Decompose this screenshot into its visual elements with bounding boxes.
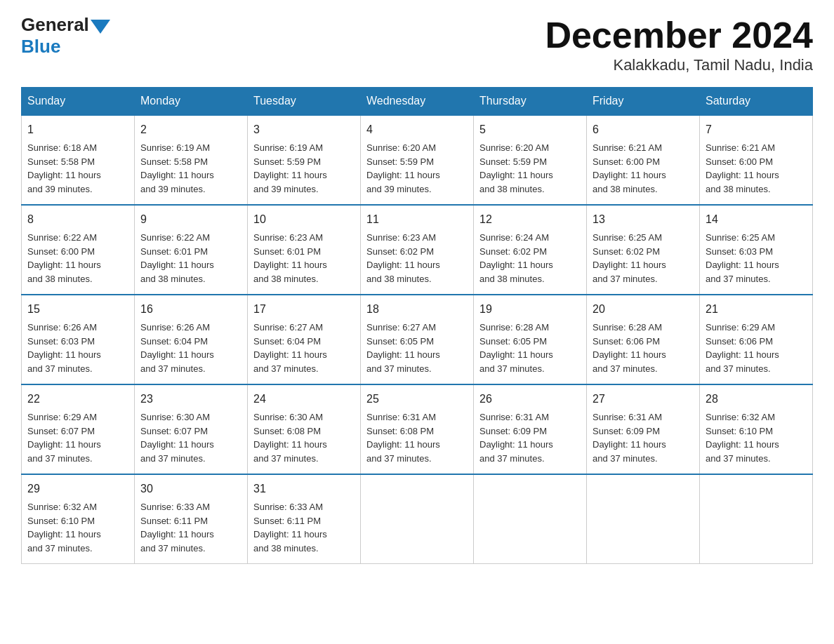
day-info: Sunrise: 6:31 AMSunset: 6:09 PMDaylight:… [479, 412, 553, 464]
calendar-cell: 20 Sunrise: 6:28 AMSunset: 6:06 PMDaylig… [587, 295, 700, 384]
logo-triangle-icon [91, 20, 110, 34]
calendar-cell [361, 474, 474, 564]
calendar-row: 15 Sunrise: 6:26 AMSunset: 6:03 PMDaylig… [22, 295, 813, 384]
day-number: 17 [253, 301, 355, 318]
calendar-table: Sunday Monday Tuesday Wednesday Thursday… [21, 87, 813, 564]
day-info: Sunrise: 6:20 AMSunset: 5:59 PMDaylight:… [479, 142, 553, 194]
calendar-cell: 18 Sunrise: 6:27 AMSunset: 6:05 PMDaylig… [361, 295, 474, 384]
day-info: Sunrise: 6:28 AMSunset: 6:05 PMDaylight:… [479, 322, 553, 374]
calendar-cell: 9 Sunrise: 6:22 AMSunset: 6:01 PMDayligh… [135, 205, 248, 295]
col-friday: Friday [587, 88, 700, 116]
day-number: 7 [706, 121, 807, 138]
calendar-cell: 12 Sunrise: 6:24 AMSunset: 6:02 PMDaylig… [474, 205, 587, 295]
day-number: 9 [140, 211, 241, 228]
day-number: 28 [706, 391, 807, 408]
day-number: 25 [366, 391, 468, 408]
calendar-cell: 28 Sunrise: 6:32 AMSunset: 6:10 PMDaylig… [700, 384, 813, 474]
day-number: 24 [253, 391, 355, 408]
col-wednesday: Wednesday [361, 88, 474, 116]
calendar-cell: 30 Sunrise: 6:33 AMSunset: 6:11 PMDaylig… [135, 474, 248, 564]
calendar-cell: 2 Sunrise: 6:19 AMSunset: 5:58 PMDayligh… [135, 115, 248, 205]
day-number: 19 [479, 301, 581, 318]
calendar-cell: 23 Sunrise: 6:30 AMSunset: 6:07 PMDaylig… [135, 384, 248, 474]
col-monday: Monday [135, 88, 248, 116]
page-header: General Blue December 2024 Kalakkadu, Ta… [21, 14, 813, 74]
day-info: Sunrise: 6:31 AMSunset: 6:09 PMDaylight:… [593, 412, 666, 464]
calendar-cell: 16 Sunrise: 6:26 AMSunset: 6:04 PMDaylig… [135, 295, 248, 384]
day-number: 30 [140, 481, 241, 497]
calendar-cell: 17 Sunrise: 6:27 AMSunset: 6:04 PMDaylig… [248, 295, 361, 384]
day-info: Sunrise: 6:22 AMSunset: 6:01 PMDaylight:… [140, 232, 214, 284]
calendar-cell: 24 Sunrise: 6:30 AMSunset: 6:08 PMDaylig… [248, 384, 361, 474]
logo: General Blue [21, 14, 110, 58]
col-saturday: Saturday [700, 88, 813, 116]
day-number: 29 [27, 481, 128, 497]
day-number: 22 [27, 391, 128, 408]
day-info: Sunrise: 6:19 AMSunset: 5:58 PMDaylight:… [140, 142, 214, 194]
day-info: Sunrise: 6:23 AMSunset: 6:01 PMDaylight:… [253, 232, 327, 284]
day-info: Sunrise: 6:32 AMSunset: 6:10 PMDaylight:… [706, 412, 779, 464]
calendar-cell: 5 Sunrise: 6:20 AMSunset: 5:59 PMDayligh… [474, 115, 587, 205]
calendar-cell: 11 Sunrise: 6:23 AMSunset: 6:02 PMDaylig… [361, 205, 474, 295]
day-info: Sunrise: 6:27 AMSunset: 6:04 PMDaylight:… [253, 322, 327, 374]
calendar-row: 22 Sunrise: 6:29 AMSunset: 6:07 PMDaylig… [22, 384, 813, 474]
day-info: Sunrise: 6:30 AMSunset: 6:08 PMDaylight:… [253, 412, 327, 464]
calendar-cell: 10 Sunrise: 6:23 AMSunset: 6:01 PMDaylig… [248, 205, 361, 295]
day-info: Sunrise: 6:19 AMSunset: 5:59 PMDaylight:… [253, 142, 327, 194]
day-info: Sunrise: 6:27 AMSunset: 6:05 PMDaylight:… [366, 322, 440, 374]
calendar-cell: 7 Sunrise: 6:21 AMSunset: 6:00 PMDayligh… [700, 115, 813, 205]
calendar-cell: 21 Sunrise: 6:29 AMSunset: 6:06 PMDaylig… [700, 295, 813, 384]
day-number: 15 [27, 301, 128, 318]
calendar-cell: 26 Sunrise: 6:31 AMSunset: 6:09 PMDaylig… [474, 384, 587, 474]
day-info: Sunrise: 6:33 AMSunset: 6:11 PMDaylight:… [253, 502, 327, 554]
calendar-cell: 15 Sunrise: 6:26 AMSunset: 6:03 PMDaylig… [22, 295, 135, 384]
day-info: Sunrise: 6:26 AMSunset: 6:03 PMDaylight:… [27, 322, 101, 374]
day-number: 5 [479, 121, 581, 138]
calendar-cell: 13 Sunrise: 6:25 AMSunset: 6:02 PMDaylig… [587, 205, 700, 295]
day-info: Sunrise: 6:25 AMSunset: 6:03 PMDaylight:… [706, 232, 779, 284]
day-info: Sunrise: 6:24 AMSunset: 6:02 PMDaylight:… [479, 232, 553, 284]
day-info: Sunrise: 6:25 AMSunset: 6:02 PMDaylight:… [593, 232, 666, 284]
day-number: 18 [366, 301, 468, 318]
day-info: Sunrise: 6:33 AMSunset: 6:11 PMDaylight:… [140, 502, 214, 554]
calendar-cell: 1 Sunrise: 6:18 AMSunset: 5:58 PMDayligh… [22, 115, 135, 205]
day-info: Sunrise: 6:18 AMSunset: 5:58 PMDaylight:… [27, 142, 101, 194]
day-number: 21 [706, 301, 807, 318]
day-info: Sunrise: 6:22 AMSunset: 6:00 PMDaylight:… [27, 232, 101, 284]
day-number: 27 [593, 391, 694, 408]
col-tuesday: Tuesday [248, 88, 361, 116]
day-info: Sunrise: 6:21 AMSunset: 6:00 PMDaylight:… [593, 142, 666, 194]
calendar-row: 1 Sunrise: 6:18 AMSunset: 5:58 PMDayligh… [22, 115, 813, 205]
col-sunday: Sunday [22, 88, 135, 116]
calendar-cell [587, 474, 700, 564]
day-number: 1 [27, 121, 128, 138]
calendar-cell: 8 Sunrise: 6:22 AMSunset: 6:00 PMDayligh… [22, 205, 135, 295]
calendar-cell: 4 Sunrise: 6:20 AMSunset: 5:59 PMDayligh… [361, 115, 474, 205]
calendar-cell: 29 Sunrise: 6:32 AMSunset: 6:10 PMDaylig… [22, 474, 135, 564]
day-info: Sunrise: 6:28 AMSunset: 6:06 PMDaylight:… [593, 322, 666, 374]
day-number: 20 [593, 301, 694, 318]
calendar-cell: 19 Sunrise: 6:28 AMSunset: 6:05 PMDaylig… [474, 295, 587, 384]
header-row: Sunday Monday Tuesday Wednesday Thursday… [22, 88, 813, 116]
day-number: 6 [593, 121, 694, 138]
day-info: Sunrise: 6:29 AMSunset: 6:06 PMDaylight:… [706, 322, 779, 374]
day-number: 23 [140, 391, 241, 408]
page-subtitle: Kalakkadu, Tamil Nadu, India [545, 56, 813, 74]
page-title: December 2024 [545, 14, 813, 56]
day-number: 16 [140, 301, 241, 318]
calendar-cell: 25 Sunrise: 6:31 AMSunset: 6:08 PMDaylig… [361, 384, 474, 474]
col-thursday: Thursday [474, 88, 587, 116]
day-number: 14 [706, 211, 807, 228]
day-info: Sunrise: 6:32 AMSunset: 6:10 PMDaylight:… [27, 502, 101, 554]
day-number: 10 [253, 211, 355, 228]
calendar-row: 8 Sunrise: 6:22 AMSunset: 6:00 PMDayligh… [22, 205, 813, 295]
day-info: Sunrise: 6:26 AMSunset: 6:04 PMDaylight:… [140, 322, 214, 374]
logo-general-text: General [21, 14, 89, 36]
calendar-cell: 14 Sunrise: 6:25 AMSunset: 6:03 PMDaylig… [700, 205, 813, 295]
calendar-cell: 27 Sunrise: 6:31 AMSunset: 6:09 PMDaylig… [587, 384, 700, 474]
title-block: December 2024 Kalakkadu, Tamil Nadu, Ind… [545, 14, 813, 74]
calendar-cell [700, 474, 813, 564]
day-info: Sunrise: 6:29 AMSunset: 6:07 PMDaylight:… [27, 412, 101, 464]
day-info: Sunrise: 6:20 AMSunset: 5:59 PMDaylight:… [366, 142, 440, 194]
day-number: 2 [140, 121, 241, 138]
